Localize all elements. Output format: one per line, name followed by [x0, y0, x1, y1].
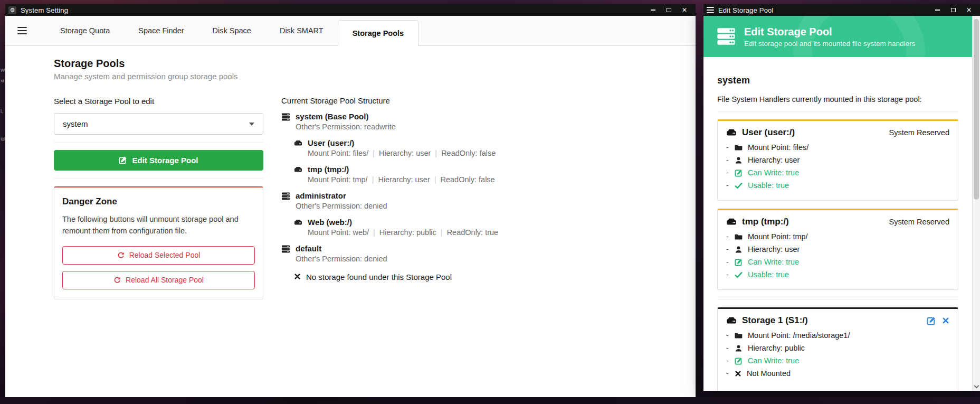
tab-storage-pools[interactable]: Storage Pools	[338, 20, 419, 46]
handler-hierarchy: Hierarchy: user	[726, 245, 949, 253]
list-icon	[707, 7, 714, 13]
user-icon	[735, 156, 743, 164]
check-icon	[735, 182, 743, 190]
remove-handler-icon[interactable]	[942, 317, 949, 324]
scrollbar-thumb[interactable]	[974, 19, 979, 200]
banner-subtitle: Edit storage pool and its mounted file s…	[744, 40, 915, 48]
system-reserved-badge: System Reserved	[889, 128, 949, 137]
storage-pools-page: Storage Pools Manage system and permissi…	[5, 46, 696, 397]
handler-hierarchy: Hierarchy: public	[726, 344, 949, 352]
handler-hierarchy: Hierarchy: user	[726, 156, 949, 164]
maximize-icon	[667, 8, 671, 12]
pool-name: system	[717, 75, 958, 86]
window-title: Edit Storage Pool	[718, 6, 774, 14]
banner-title: Edit Storage Pool	[744, 25, 915, 38]
handler-can-write: Can Write: true	[726, 356, 949, 365]
user-icon	[735, 344, 743, 352]
page-title: Storage Pools	[54, 57, 263, 70]
window-titlebar[interactable]: Edit Storage Pool	[703, 4, 980, 16]
handler-mount-point: Mount Point: tmp/	[726, 232, 949, 241]
maximize-button[interactable]	[661, 4, 677, 16]
x-icon	[294, 273, 301, 280]
minimize-icon	[651, 10, 655, 11]
divider	[54, 142, 263, 143]
tree-pool-administrator: administrator Other's Permission: denied	[281, 191, 661, 211]
check-icon	[735, 271, 743, 279]
edit-pool-panel: system File System Handlers currently mo…	[703, 57, 972, 391]
menu-icon[interactable]	[17, 27, 27, 35]
tree-pool-title: system (Base Pool)	[296, 112, 396, 121]
tab-bar: Storage Quota Space Finder Disk Space Di…	[5, 16, 696, 46]
window-titlebar[interactable]: System Setting	[5, 4, 696, 16]
edit-icon	[119, 156, 127, 164]
folder-icon	[735, 233, 743, 241]
scrollbar[interactable]	[972, 16, 980, 391]
edit-storage-pool-window: Edit Storage Pool Edit Storage Pool Edit…	[703, 4, 980, 391]
handler-usable: Usable: true	[726, 270, 949, 279]
minimize-button[interactable]	[645, 4, 661, 16]
handler-hierarchy: Hierarchy: user	[378, 175, 440, 184]
handler-card-title: User (user:/)	[742, 127, 795, 138]
user-icon	[735, 246, 743, 253]
desktop: W xt l. @ System Setting Storage Quota S…	[0, 0, 980, 404]
handler-usable: Usable: true	[726, 181, 949, 190]
edit-icon	[735, 169, 743, 177]
tree-pool-title: default	[296, 244, 387, 253]
close-button[interactable]	[961, 4, 977, 16]
handler-can-write: Can Write: true	[726, 168, 949, 177]
server-icon	[281, 112, 290, 121]
tree-pool-default: default Other's Permission: denied	[281, 244, 661, 264]
structure-label: Current Storage Pool Structure	[281, 96, 661, 106]
tree-handler-web: Web (web:/) Mount Point: web/Hierarchy: …	[294, 218, 661, 237]
hdd-icon	[294, 139, 302, 147]
edit-handler-icon[interactable]	[927, 316, 936, 325]
tree-handler-title: User (user:/)	[308, 138, 496, 148]
reload-all-pool-button[interactable]: Reload All Storage Pool	[62, 271, 255, 289]
window-title: System Setting	[21, 6, 68, 14]
handler-card-title: tmp (tmp:/)	[742, 217, 789, 227]
minimize-icon	[935, 10, 940, 11]
maximize-icon	[951, 8, 956, 12]
empty-pool-text: No storage found under this Storage Pool	[306, 273, 452, 281]
reload-selected-pool-button[interactable]: Reload Selected Pool	[62, 246, 255, 265]
system-reserved-badge: System Reserved	[889, 218, 949, 226]
taskbar	[0, 397, 980, 404]
handlers-label: File System Handlers currently mounted i…	[717, 95, 958, 104]
handler-mount-point: Mount Point: files/	[726, 143, 949, 152]
close-button[interactable]	[677, 4, 692, 16]
storage-pool-select-value: system	[63, 119, 88, 128]
divider	[54, 178, 263, 178]
tab-space-finder[interactable]: Space Finder	[124, 16, 198, 45]
maximize-button[interactable]	[945, 4, 961, 16]
handler-readonly: ReadOnly: false	[441, 175, 495, 184]
handler-card-user: User (user:/) System Reserved Mount Poin…	[717, 119, 958, 201]
page-banner: Edit Storage Pool Edit storage pool and …	[703, 16, 980, 57]
tree-pool-meta: Other's Permission: denied	[296, 202, 387, 211]
chevron-down-icon	[249, 123, 254, 126]
desktop-icon-label-fragment: @	[1, 136, 5, 142]
tree-pool-title: administrator	[296, 191, 387, 201]
tree-pool-meta: Other's Permission: readwrite	[296, 123, 396, 131]
server-icon	[281, 192, 290, 201]
handler-card-title: Storage 1 (S1:/)	[742, 315, 808, 326]
storage-pool-select[interactable]: system	[54, 113, 263, 135]
tab-disk-smart[interactable]: Disk SMART	[265, 16, 338, 45]
handler-not-mounted: Not Mounted	[726, 369, 949, 378]
edit-icon	[735, 258, 743, 266]
edit-icon	[735, 357, 743, 365]
page-subtitle: Manage system and permission group stora…	[54, 71, 263, 81]
minimize-button[interactable]	[929, 4, 945, 16]
hdd-icon	[726, 217, 737, 227]
handler-mount-point: Mount Point: tmp/	[308, 175, 378, 184]
tree-pool-system: system (Base Pool) Other's Permission: r…	[281, 112, 661, 131]
tree-handler-title: Web (web:/)	[308, 218, 498, 227]
tree-empty-message: No storage found under this Storage Pool	[294, 273, 661, 281]
scroll-down-icon[interactable]	[974, 383, 979, 389]
tree-pool-meta: Other's Permission: denied	[296, 255, 387, 264]
gear-icon	[8, 6, 16, 14]
danger-zone-description: The following buttons will unmount stora…	[62, 214, 255, 237]
handler-hierarchy: Hierarchy: public	[379, 228, 447, 237]
edit-storage-pool-button[interactable]: Edit Storage Pool	[54, 150, 263, 171]
tab-storage-quota[interactable]: Storage Quota	[46, 16, 124, 45]
tab-disk-space[interactable]: Disk Space	[198, 16, 265, 45]
